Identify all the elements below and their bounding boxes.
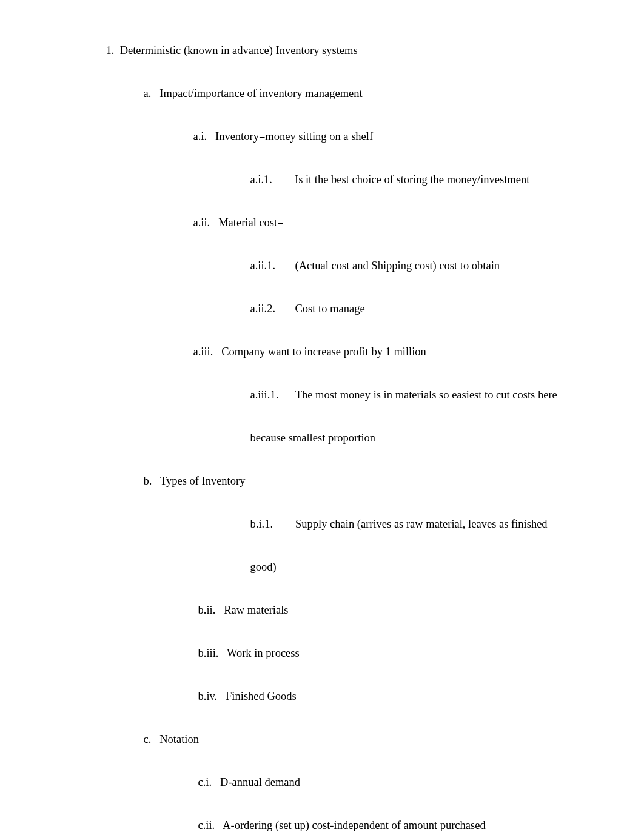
list-number: c. [144,733,152,745]
list-text: Supply chain (arrives as raw material, l… [295,518,548,530]
list-item: c. Notation [49,718,595,761]
list-item: b.iv. Finished Goods [49,675,595,718]
list-text: Is it the best choice of storing the mon… [295,173,529,186]
list-text: Impact/importance of inventory managemen… [159,87,362,99]
list-text: Company want to increase profit by 1 mil… [221,346,426,358]
list-item: c.ii. A-ordering (set up) cost-independe… [49,804,595,835]
list-item: a.i.1. Is it the best choice of storing … [49,158,595,201]
list-text: Cost to manage [295,303,365,315]
list-number: b.iv. [198,690,218,702]
list-number: c.ii. [198,819,215,831]
list-text: Notation [159,733,199,745]
list-number: 1. [106,44,115,56]
list-number: a.iii. [193,346,213,358]
list-item: 1. Deterministic (known in advance) Inve… [49,29,595,72]
list-item: b.ii. Raw materials [49,589,595,632]
list-text: Types of Inventory [160,475,246,487]
list-text: D-annual demand [220,776,300,788]
list-text: A-ordering (set up) cost-independent of … [223,819,486,831]
list-number: a.i. [193,130,207,143]
list-number: a.ii. [193,216,210,229]
list-number: a.i.1. [250,173,272,186]
list-item: a.iii. Company want to increase profit b… [49,330,595,374]
list-item: a.iii.1. The most money is in materials … [49,374,595,417]
list-item: a.ii. Material cost= [49,201,595,244]
list-text: Work in process [227,647,300,659]
list-item: a. Impact/importance of inventory manage… [49,72,595,115]
list-number: a.ii.2. [250,303,276,315]
list-text: Raw materials [224,604,288,616]
list-text: Inventory=money sitting on a shelf [215,130,373,143]
list-number: a.ii.1. [250,260,276,272]
list-text: The most money is in materials so easies… [295,389,557,401]
list-number: a. [144,87,152,99]
list-number: b. [144,475,152,487]
list-text: Material cost= [218,216,284,229]
list-number: b.ii. [198,604,216,616]
list-number: a.iii.1. [250,389,279,401]
list-number: b.iii. [198,647,219,659]
list-item: a.i. Inventory=money sitting on a shelf [49,115,595,158]
list-text-continuation: good) [49,546,595,589]
list-number: b.i.1. [250,518,273,530]
list-item: c.i. D-annual demand [49,761,595,804]
list-item: b.i.1. Supply chain (arrives as raw mate… [49,503,595,546]
list-item: b. Types of Inventory [49,460,595,503]
list-item: a.ii.2. Cost to manage [49,287,595,330]
list-item: a.ii.1. (Actual cost and Shipping cost) … [49,244,595,287]
list-text: Finished Goods [226,690,297,702]
list-text: Deterministic (known in advance) Invento… [120,44,358,56]
list-text-continuation: because smallest proportion [49,417,595,460]
list-text: (Actual cost and Shipping cost) cost to … [295,260,500,272]
document-page: 1. Deterministic (known in advance) Inve… [0,0,644,835]
list-item: b.iii. Work in process [49,632,595,675]
list-number: c.i. [198,776,212,788]
